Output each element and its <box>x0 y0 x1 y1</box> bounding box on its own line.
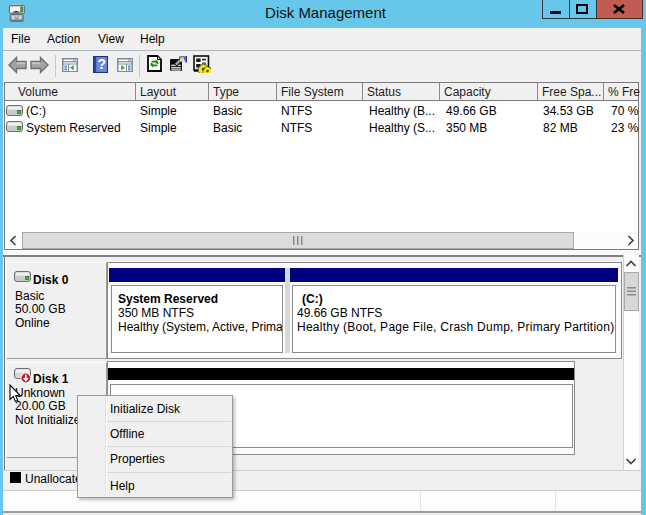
svg-text:?: ? <box>97 56 106 72</box>
